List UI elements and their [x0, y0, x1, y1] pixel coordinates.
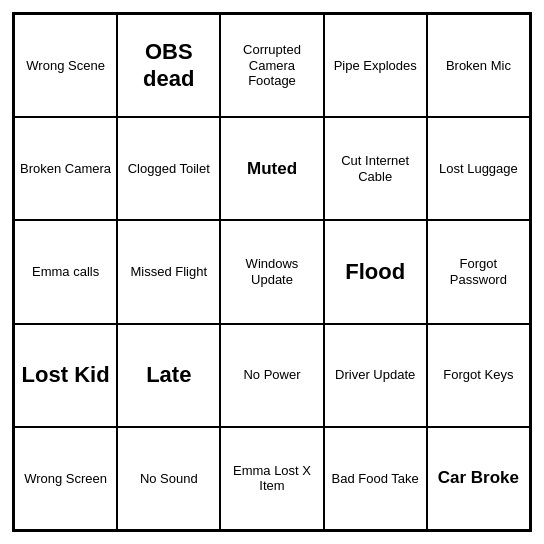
- bingo-cell-19: Forgot Keys: [427, 324, 530, 427]
- bingo-cell-8: Cut Internet Cable: [324, 117, 427, 220]
- bingo-cell-7: Muted: [220, 117, 323, 220]
- bingo-cell-11: Missed Flight: [117, 220, 220, 323]
- bingo-cell-20: Wrong Screen: [14, 427, 117, 530]
- bingo-cell-2: Corrupted Camera Footage: [220, 14, 323, 117]
- bingo-cell-6: Clogged Toilet: [117, 117, 220, 220]
- bingo-cell-21: No Sound: [117, 427, 220, 530]
- bingo-cell-15: Lost Kid: [14, 324, 117, 427]
- bingo-cell-3: Pipe Explodes: [324, 14, 427, 117]
- bingo-card: Wrong SceneOBS deadCorrupted Camera Foot…: [12, 12, 532, 532]
- bingo-cell-24: Car Broke: [427, 427, 530, 530]
- bingo-cell-18: Driver Update: [324, 324, 427, 427]
- bingo-cell-22: Emma Lost X Item: [220, 427, 323, 530]
- bingo-cell-12: Windows Update: [220, 220, 323, 323]
- bingo-cell-16: Late: [117, 324, 220, 427]
- bingo-cell-0: Wrong Scene: [14, 14, 117, 117]
- bingo-cell-17: No Power: [220, 324, 323, 427]
- bingo-cell-14: Forgot Password: [427, 220, 530, 323]
- bingo-cell-13: Flood: [324, 220, 427, 323]
- bingo-cell-10: Emma calls: [14, 220, 117, 323]
- bingo-cell-1: OBS dead: [117, 14, 220, 117]
- bingo-cell-5: Broken Camera: [14, 117, 117, 220]
- bingo-cell-9: Lost Luggage: [427, 117, 530, 220]
- bingo-cell-4: Broken Mic: [427, 14, 530, 117]
- bingo-cell-23: Bad Food Take: [324, 427, 427, 530]
